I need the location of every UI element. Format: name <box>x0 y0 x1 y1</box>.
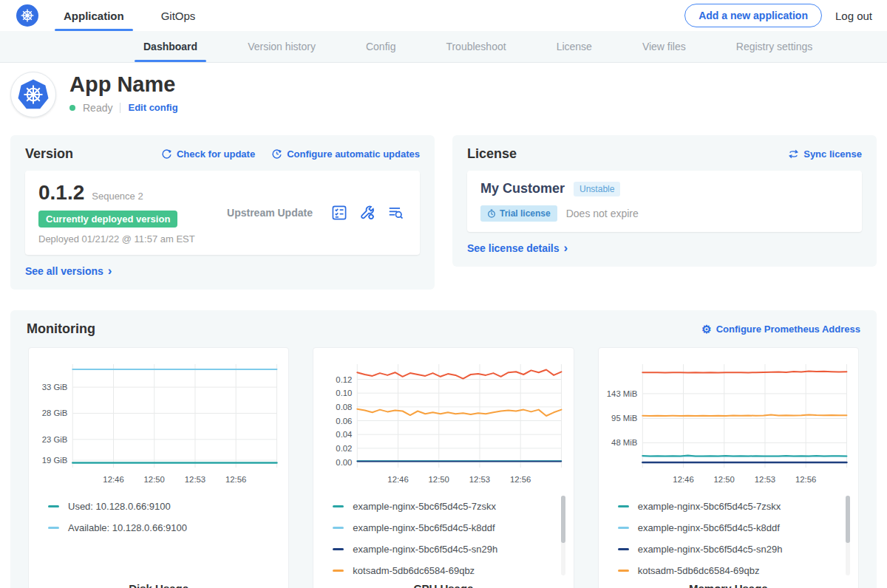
disk-usage-plot: 19 GiB23 GiB28 GiB33 GiB12:4612:5012:531… <box>35 355 282 490</box>
legend-color-dash <box>48 527 59 529</box>
legend-item: example-nginx-5bc6f5d4c5-7zskx <box>618 496 842 517</box>
sync-icon <box>788 149 799 159</box>
svg-text:48 MiB: 48 MiB <box>611 438 637 447</box>
svg-text:19 GiB: 19 GiB <box>42 456 68 465</box>
svg-text:12:56: 12:56 <box>225 474 246 483</box>
svg-text:0.06: 0.06 <box>336 416 353 425</box>
memory-usage-plot: 48 MiB95 MiB143 MiB12:4612:5012:5312:56 <box>605 355 852 490</box>
legend-label: example-nginx-5bc6f5d4c5-7zskx <box>638 501 781 512</box>
legend-item: Used: 10.128.0.66:9100 <box>48 496 272 517</box>
legend-label: example-nginx-5bc6f5d4c5-sn29h <box>353 544 497 555</box>
kubernetes-app-icon <box>17 78 50 111</box>
subnav-tab-version-history[interactable]: Version history <box>243 31 320 62</box>
legend-item: example-nginx-5bc6f5d4c5-7zskx <box>333 496 557 517</box>
timer-icon <box>487 209 496 218</box>
chart-title: Disk Usage <box>35 582 282 588</box>
legend-color-dash <box>618 570 629 572</box>
topnav-tab-gitops[interactable]: GitOps <box>158 0 199 31</box>
svg-text:12:46: 12:46 <box>103 474 123 483</box>
refresh-icon <box>161 148 172 160</box>
svg-text:0.10: 0.10 <box>336 389 353 397</box>
legend-label: Available: 10.128.0.66:9100 <box>68 522 187 533</box>
monitoring-title: Monitoring <box>27 321 95 337</box>
app-status: Ready <box>83 102 112 114</box>
legend-color-dash <box>618 548 629 550</box>
chart-title: Memory Usage <box>605 582 852 588</box>
license-panel-title: License <box>467 146 517 162</box>
app-sub-nav: DashboardVersion historyConfigTroublesho… <box>0 31 887 63</box>
legend-color-dash <box>333 505 344 507</box>
channel-badge: Unstable <box>574 182 620 196</box>
edit-config-link[interactable]: Edit config <box>128 102 177 113</box>
subnav-tab-license[interactable]: License <box>552 31 597 62</box>
legend-item: kotsadm-5db6dc6584-69qbz <box>333 560 557 578</box>
svg-text:12:50: 12:50 <box>713 474 734 483</box>
svg-text:23 GiB: 23 GiB <box>42 434 68 443</box>
logout-button[interactable]: Log out <box>835 10 872 22</box>
legend-scrollbar-thumb[interactable] <box>561 496 565 543</box>
version-panel: Version Check for update <box>10 135 435 290</box>
legend-label: Used: 10.128.0.66:9100 <box>68 501 171 512</box>
app-header: App Name Ready Edit config <box>0 63 887 128</box>
kubernetes-logo-icon <box>16 4 38 27</box>
subnav-tab-config[interactable]: Config <box>361 31 400 62</box>
version-source: Upstream Update <box>208 207 331 219</box>
divider <box>120 103 120 113</box>
svg-text:12:53: 12:53 <box>185 474 205 483</box>
check-for-update-link[interactable]: Check for update <box>161 148 255 160</box>
cpu-usage-legend[interactable]: example-nginx-5bc6f5d4c5-7zskxexample-ng… <box>319 493 567 578</box>
gear-icon: ⚙ <box>701 324 711 335</box>
svg-text:12:50: 12:50 <box>429 474 449 483</box>
config-wrench-icon[interactable] <box>359 205 375 221</box>
legend-color-dash <box>618 505 629 507</box>
subnav-tab-registry-settings[interactable]: Registry settings <box>732 31 817 62</box>
chart-card-disk-usage: 19 GiB23 GiB28 GiB33 GiB12:4612:5012:531… <box>28 347 289 588</box>
view-logs-icon[interactable] <box>387 205 404 221</box>
legend-label: kotsadm-5db6dc6584-69qbz <box>353 565 475 576</box>
current-version-card: 0.1.2 Sequence 2 Currently deployed vers… <box>25 171 420 255</box>
preflight-checks-icon[interactable] <box>331 205 347 221</box>
memory-usage-legend[interactable]: example-nginx-5bc6f5d4c5-7zskxexample-ng… <box>605 493 852 578</box>
svg-text:12:53: 12:53 <box>469 474 490 483</box>
svg-text:28 GiB: 28 GiB <box>42 408 68 417</box>
topnav-tab-application[interactable]: Application <box>61 0 127 31</box>
customer-name: My Customer <box>480 181 565 196</box>
page-title: App Name <box>69 73 178 97</box>
legend-label: example-nginx-5bc6f5d4c5-k8ddf <box>353 522 495 533</box>
legend-color-dash <box>333 548 344 550</box>
charts-row: 19 GiB23 GiB28 GiB33 GiB12:4612:5012:531… <box>19 347 868 588</box>
app-avatar <box>10 72 56 117</box>
svg-text:12:46: 12:46 <box>388 474 409 483</box>
see-all-versions-link[interactable]: See all versions › <box>25 264 112 277</box>
status-dot <box>69 105 75 111</box>
svg-text:12:56: 12:56 <box>795 474 816 483</box>
license-expiry: Does not expire <box>566 208 639 219</box>
subnav-tab-dashboard[interactable]: Dashboard <box>139 31 202 62</box>
see-license-details-link[interactable]: See license details › <box>467 242 568 254</box>
chevron-right-icon: › <box>564 242 568 254</box>
legend-label: example-nginx-5bc6f5d4c5-sn29h <box>638 544 783 555</box>
disk-usage-legend: Used: 10.128.0.66:9100Available: 10.128.… <box>35 493 282 578</box>
license-type-badge: Trial license <box>480 205 557 222</box>
svg-text:95 MiB: 95 MiB <box>611 414 637 423</box>
deployed-timestamp: Deployed 01/21/22 @ 11:57 am EST <box>38 233 208 245</box>
svg-text:12:46: 12:46 <box>673 474 693 483</box>
topnav-tabs: ApplicationGitOps <box>61 0 229 31</box>
configure-prometheus-link[interactable]: ⚙ Configure Prometheus Address <box>701 324 860 335</box>
legend-scrollbar-thumb[interactable] <box>846 496 850 543</box>
add-application-button[interactable]: Add a new application <box>684 4 822 27</box>
svg-text:12:53: 12:53 <box>754 474 775 483</box>
svg-text:0.08: 0.08 <box>336 402 353 411</box>
legend-color-dash <box>333 527 344 529</box>
legend-color-dash <box>48 505 59 507</box>
svg-text:12:56: 12:56 <box>510 474 531 483</box>
sync-license-link[interactable]: Sync license <box>788 148 862 160</box>
auto-update-clock-icon <box>271 148 282 160</box>
svg-text:0.12: 0.12 <box>336 375 353 383</box>
chart-title: CPU Usage <box>319 582 567 588</box>
configure-auto-updates-link[interactable]: Configure automatic updates <box>271 148 420 160</box>
subnav-tab-troubleshoot[interactable]: Troubleshoot <box>441 31 510 62</box>
monitoring-panel: Monitoring ⚙ Configure Prometheus Addres… <box>10 310 877 588</box>
chart-card-cpu-usage: 0.000.020.040.060.080.100.1212:4612:5012… <box>313 347 574 588</box>
subnav-tab-view-files[interactable]: View files <box>638 31 690 62</box>
